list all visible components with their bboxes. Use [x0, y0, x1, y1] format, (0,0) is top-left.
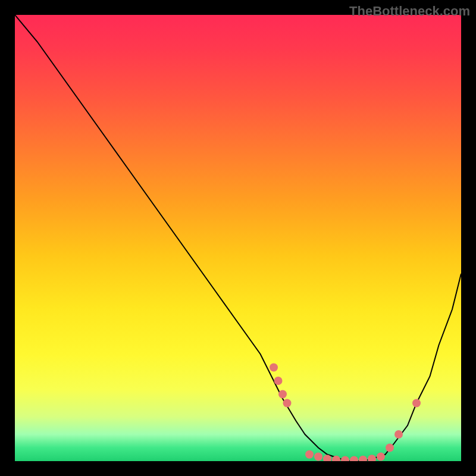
data-point: [368, 455, 376, 461]
data-point: [274, 377, 283, 385]
data-point: [412, 399, 421, 408]
bottleneck-curve: [15, 15, 461, 461]
data-point: [386, 444, 394, 452]
data-point: [350, 456, 358, 462]
data-points: [270, 364, 421, 462]
data-point: [283, 399, 292, 408]
data-point: [270, 364, 278, 372]
data-point: [305, 450, 314, 459]
data-point: [377, 453, 385, 461]
data-point: [314, 453, 322, 461]
chart-svg: [15, 15, 461, 461]
data-point: [341, 456, 349, 462]
plot-area: [15, 15, 461, 461]
data-point: [359, 456, 367, 461]
watermark-text: TheBottleneck.com: [349, 4, 470, 19]
data-point: [394, 430, 403, 439]
data-point: [278, 390, 287, 399]
